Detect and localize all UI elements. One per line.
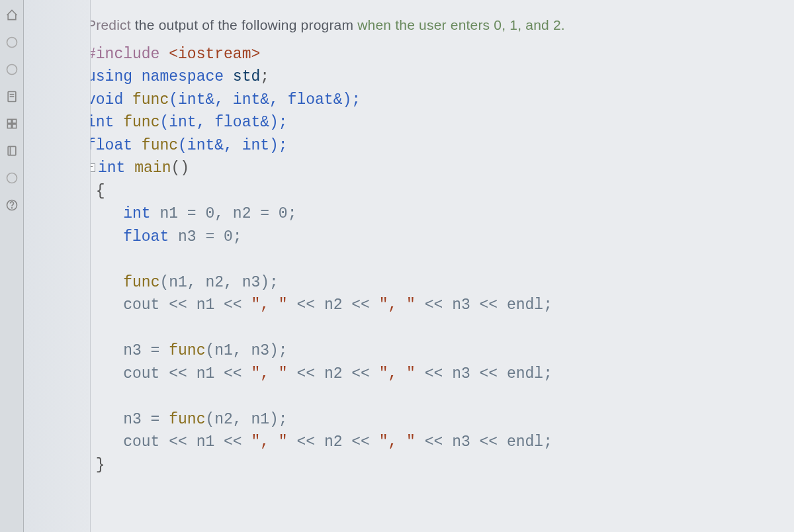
home-icon[interactable]	[3, 7, 21, 24]
open-brace: {	[96, 183, 105, 200]
book-icon[interactable]	[3, 142, 21, 159]
svg-point-11	[7, 173, 17, 183]
svg-point-1	[7, 65, 17, 75]
code-block: #include <iostream> using namespace std;…	[87, 43, 774, 477]
std-name: std	[233, 68, 260, 85]
svg-point-0	[7, 38, 17, 48]
help-icon[interactable]	[3, 197, 21, 214]
var-decl-ints: n1 = 0, n2 = 0;	[159, 205, 296, 222]
question-text: Predict the output of the following prog…	[87, 15, 774, 36]
main-name: main	[134, 159, 171, 177]
document-icon[interactable]	[3, 88, 21, 105]
cout-1a: cout << n1 <<	[87, 296, 251, 314]
func-call-2: func	[169, 342, 205, 359]
question-predict: Predict	[87, 17, 131, 32]
func-call-3: func	[169, 411, 205, 428]
close-brace: }	[96, 457, 105, 474]
svg-rect-8	[12, 124, 16, 128]
svg-rect-6	[12, 119, 16, 123]
svg-rect-5	[7, 119, 11, 123]
editor-area: Predict the output of the following prog…	[24, 0, 794, 532]
code-content: Predict the output of the following prog…	[67, 0, 794, 532]
int-kw: int	[87, 114, 123, 131]
include-directive: #include	[87, 46, 159, 63]
func-call-1: func	[123, 274, 159, 291]
grid-icon[interactable]	[3, 115, 21, 132]
var-decl-float: n3 = 0;	[178, 228, 242, 245]
circle-icon-3[interactable]	[3, 169, 21, 187]
cout-3a: cout << n1 <<	[87, 433, 251, 451]
int-main-kw: int	[98, 159, 134, 177]
void-kw: void	[87, 91, 132, 109]
svg-rect-9	[8, 146, 16, 155]
using-kw: using namespace	[87, 68, 233, 85]
question-mid: the output of the following program	[131, 17, 357, 32]
question-when: when the user enters 0, 1, and 2.	[357, 17, 565, 32]
circle-icon-2[interactable]	[3, 61, 21, 78]
left-sidebar	[0, 0, 24, 532]
cout-2a: cout << n1 <<	[87, 365, 251, 382]
func-decl-3: func	[142, 137, 178, 154]
svg-rect-7	[7, 124, 11, 128]
svg-point-13	[11, 208, 12, 208]
float-kw: float	[87, 137, 142, 154]
circle-icon-1[interactable]	[3, 34, 21, 51]
gutter	[24, 0, 91, 532]
func-decl-2: func	[123, 114, 159, 131]
include-header: <iostream>	[159, 46, 260, 63]
func-decl-1: func	[132, 91, 169, 109]
